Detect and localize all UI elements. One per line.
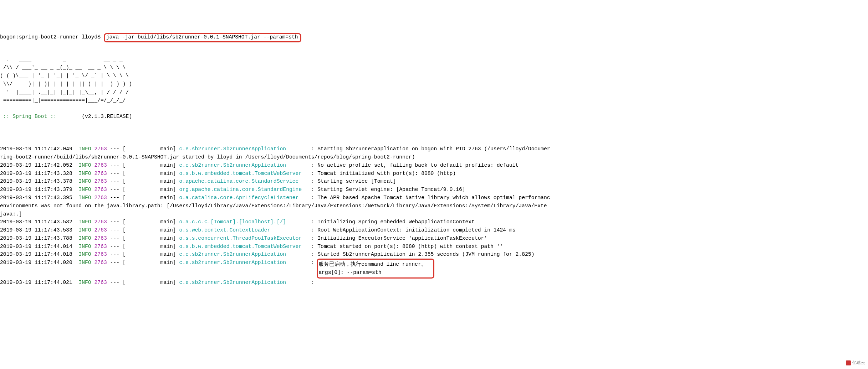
logger: c.e.sb2runner.Sb2runnerApplication — [179, 260, 308, 265]
logger: c.e.sb2runner.Sb2runnerApplication — [179, 280, 308, 285]
timestamp: 2019-03-19 11:17:44.014 — [0, 244, 78, 249]
log-message: 服务已启动，执行command line runner。 — [318, 260, 432, 269]
timestamp: 2019-03-19 11:17:43.379 — [0, 187, 78, 192]
timestamp: 2019-03-19 11:17:44.018 — [0, 251, 78, 257]
timestamp: 2019-03-19 11:17:43.532 — [0, 219, 78, 225]
pid: 2763 — [94, 235, 107, 241]
log-level: INFO — [78, 187, 91, 192]
log-line: 2019-03-19 11:17:43.395 INFO 2763 --- [ … — [0, 194, 868, 202]
colon: : — [308, 280, 317, 285]
log-line: 2019-03-19 11:17:42.049 INFO 2763 --- [ … — [0, 145, 868, 153]
pid: 2763 — [94, 219, 107, 225]
colon: : — [308, 187, 317, 192]
pid: 2763 — [94, 195, 107, 201]
thread-sep: --- [ main] — [107, 178, 179, 184]
command-text: java -jar build/libs/sb2runner-0.0.1-SNA… — [106, 34, 298, 40]
colon: : — [308, 162, 317, 168]
pid: 2763 — [94, 227, 107, 233]
logger: o.a.catalina.core.AprLifecycleListener — [179, 195, 308, 201]
colon: : — [308, 195, 317, 201]
log-level: INFO — [78, 227, 91, 233]
colon: : — [308, 178, 317, 184]
log-level: INFO — [78, 260, 91, 265]
colon: : — [308, 260, 317, 265]
pid: 2763 — [94, 251, 107, 257]
logger: org.apache.catalina.core.StandardEngine — [179, 187, 308, 192]
log-level: INFO — [78, 162, 91, 168]
log-message: The APR based Apache Tomcat Native libra… — [317, 195, 550, 201]
thread-sep: --- [ main] — [107, 280, 179, 285]
log-message: Starting Servlet engine: [Apache Tomcat/… — [317, 187, 465, 192]
log-level: INFO — [78, 235, 91, 241]
spring-boot-line: :: Spring Boot :: (v2.1.3.RELEASE) — [0, 113, 868, 121]
log-line: 2019-03-19 11:17:44.021 INFO 2763 --- [ … — [0, 279, 868, 287]
timestamp: 2019-03-19 11:17:43.395 — [0, 195, 78, 201]
thread-sep: --- [ main] — [107, 219, 179, 225]
pid: 2763 — [94, 146, 107, 152]
colon: : — [308, 227, 317, 233]
pid: 2763 — [94, 280, 107, 285]
log-level: INFO — [78, 171, 91, 176]
timestamp: 2019-03-19 11:17:42.052 — [0, 162, 78, 168]
thread-sep: --- [ main] — [107, 146, 179, 152]
log-level: INFO — [78, 178, 91, 184]
log-line: 2019-03-19 11:17:43.533 INFO 2763 --- [ … — [0, 226, 868, 234]
pid: 2763 — [94, 260, 107, 265]
spring-boot-label: :: Spring Boot :: — [0, 114, 60, 119]
log-level: INFO — [78, 244, 91, 249]
colon: : — [308, 146, 317, 152]
highlighted-messages: 服务已启动，执行command line runner。args[0]: --p… — [317, 259, 434, 279]
log-line: 2019-03-19 11:17:43.328 INFO 2763 --- [ … — [0, 170, 868, 178]
timestamp: 2019-03-19 11:17:44.021 — [0, 280, 78, 285]
logger: o.s.web.context.ContextLoader — [179, 227, 308, 233]
logger: o.a.c.c.C.[Tomcat].[localhost].[/] — [179, 219, 308, 225]
log-line: 2019-03-19 11:17:43.378 INFO 2763 --- [ … — [0, 177, 868, 186]
logger: o.apache.catalina.core.StandardService — [179, 178, 308, 184]
log-message: Starting service [Tomcat] — [317, 178, 396, 184]
log-message: args[0]: --param=sth — [318, 269, 432, 277]
log-message: No active profile set, falling back to d… — [317, 162, 519, 168]
timestamp: 2019-03-19 11:17:43.328 — [0, 171, 78, 176]
log-level: INFO — [78, 280, 91, 285]
thread-sep: --- [ main] — [107, 244, 179, 249]
highlighted-command: java -jar build/libs/sb2runner-0.0.1-SNA… — [104, 33, 301, 42]
log-line: environments was not found on the java.l… — [0, 202, 868, 210]
colon: : — [308, 171, 317, 176]
thread-sep: --- [ main] — [107, 171, 179, 176]
thread-sep: --- [ main] — [107, 251, 179, 257]
log-line: 2019-03-19 11:17:42.052 INFO 2763 --- [ … — [0, 161, 868, 170]
log-level: INFO — [78, 146, 91, 152]
log-message: Started Sb2runnerApplication in 2.355 se… — [317, 251, 534, 257]
log-message: Starting Sb2runnerApplication on bogon w… — [317, 146, 550, 152]
logger: c.e.sb2runner.Sb2runnerApplication — [179, 146, 308, 152]
colon: : — [308, 251, 317, 257]
spring-boot-version: (v2.1.3.RELEASE) — [60, 114, 132, 119]
log-level: INFO — [78, 251, 91, 257]
logger: o.s.b.w.embedded.tomcat.TomcatWebServer — [179, 171, 308, 176]
pid: 2763 — [94, 178, 107, 184]
thread-sep: --- [ main] — [107, 260, 179, 265]
timestamp: 2019-03-19 11:17:43.533 — [0, 227, 78, 233]
log-line: 2019-03-19 11:17:43.532 INFO 2763 --- [ … — [0, 218, 868, 226]
colon: : — [308, 244, 317, 249]
pid: 2763 — [94, 162, 107, 168]
timestamp: 2019-03-19 11:17:43.378 — [0, 178, 78, 184]
thread-sep: --- [ main] — [107, 235, 179, 241]
log-message: Initializing Spring embedded WebApplicat… — [317, 219, 475, 225]
log-line: 2019-03-19 11:17:43.788 INFO 2763 --- [ … — [0, 234, 868, 243]
logger: o.s.s.concurrent.ThreadPoolTaskExecutor — [179, 235, 308, 241]
thread-sep: --- [ main] — [107, 227, 179, 233]
logger: o.s.b.w.embedded.tomcat.TomcatWebServer — [179, 244, 308, 249]
thread-sep: --- [ main] — [107, 162, 179, 168]
log-line: 2019-03-19 11:17:44.020 INFO 2763 --- [ … — [0, 259, 868, 279]
logger: c.e.sb2runner.Sb2runnerApplication — [179, 162, 308, 168]
colon: : — [308, 219, 317, 225]
thread-sep: --- [ main] — [107, 187, 179, 192]
blank-line — [0, 129, 868, 137]
thread-sep: --- [ main] — [107, 195, 179, 201]
log-area: 2019-03-19 11:17:42.049 INFO 2763 --- [ … — [0, 145, 868, 286]
log-line: 2019-03-19 11:17:44.018 INFO 2763 --- [ … — [0, 250, 868, 259]
log-message: Tomcat started on port(s): 8080 (http) w… — [317, 244, 503, 249]
prompt-host: bogon:spring-boot2-runner lloyd$ — [0, 34, 104, 40]
pid: 2763 — [94, 171, 107, 176]
